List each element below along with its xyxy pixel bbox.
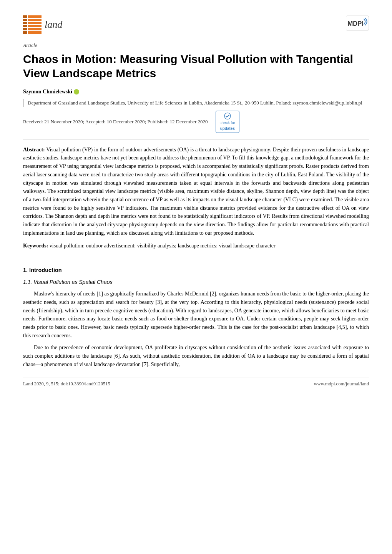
journal-logo: land [23,15,62,34]
body-paragraph-1: Maslow's hierarchy of needs [1] as graph… [23,290,369,340]
divider-after-header [23,139,369,139]
keywords-section: Keywords: visual pollution; outdoor adve… [23,242,369,250]
received-line: Received: 21 November 2020; Accepted: 10… [23,111,369,133]
divider-after-abstract [23,258,369,258]
section1-heading: 1. Introduction [23,266,369,274]
author-name: Szymon Chmielewski [23,88,369,96]
check-updates-line1: check for [220,120,236,125]
check-updates-line2: updates [220,126,235,131]
journal-name-label: land [45,17,62,32]
check-updates-badge[interactable]: check for updates [216,111,240,133]
keywords-label: Keywords: [23,243,48,249]
orcid-icon [74,89,79,95]
received-dates: Received: 21 November 2020; Accepted: 10… [23,118,208,126]
body-paragraph-2: Due to the precedence of economic develo… [23,343,369,368]
abstract-text: Visual pollution (VP) in the form of out… [23,147,369,236]
footer-website: www.mdpi.com/journal/land [314,380,369,388]
abstract-label: Abstract: [23,147,45,153]
keywords-text: visual pollution; outdoor advertisement;… [50,243,276,249]
checkmark-icon [224,113,231,119]
keywords-paragraph: Keywords: visual pollution; outdoor adve… [23,242,369,250]
affiliation-text: Department of Grassland and Landscape St… [23,99,369,107]
subsection1-heading: 1.1. Visual Pollution as Spatial Chaos [23,278,369,287]
page-header: land MDPI [23,15,369,34]
abstract-section: Abstract: Visual pollution (VP) in the f… [23,146,369,237]
abstract-paragraph: Abstract: Visual pollution (VP) in the f… [23,146,369,237]
article-title: Chaos in Motion: Measuring Visual Pollut… [23,52,369,81]
article-type-label: Article [23,41,369,50]
mdpi-logo-icon: MDPI [346,15,369,31]
page-footer: Land 2020, 9, 515; doi:10.3390/land91205… [23,378,369,388]
footer-journal-info: Land 2020, 9, 515; doi:10.3390/land91205… [23,380,110,388]
land-logo-icon [23,15,42,34]
svg-text:MDPI: MDPI [348,20,364,27]
